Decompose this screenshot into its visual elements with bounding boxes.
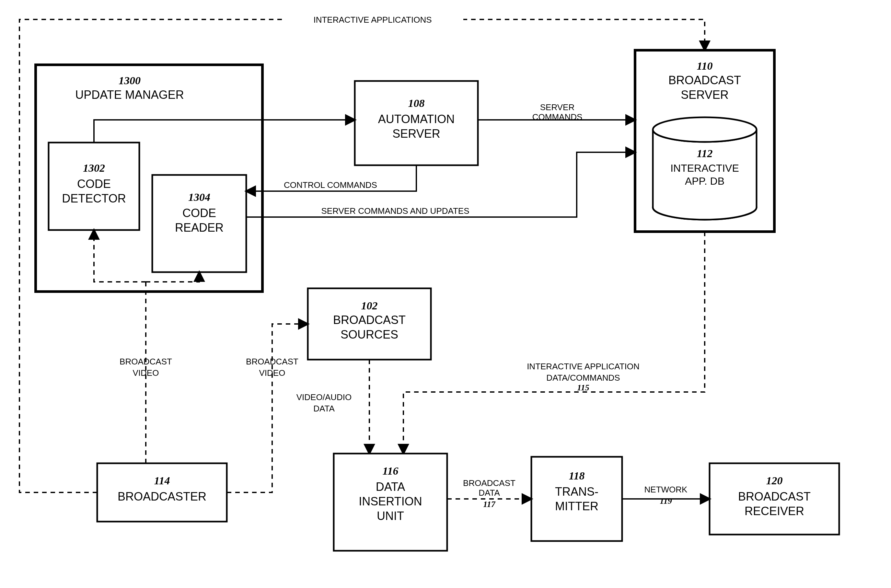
num-broadcast-sources: 102 — [361, 300, 378, 312]
num-code-reader: 1304 — [188, 191, 210, 203]
label-app-db-1: INTERACTIVE — [670, 162, 739, 174]
label-transmitter-2: MITTER — [555, 500, 598, 513]
label-code-detector-1: CODE — [77, 177, 111, 190]
label-server-commands-2: COMMANDS — [532, 112, 582, 122]
num-network: 119 — [660, 496, 672, 506]
label-va-data-2: DATA — [313, 404, 335, 413]
edge-iad — [404, 232, 705, 453]
box-transmitter — [531, 457, 622, 541]
svg-point-2 — [653, 117, 756, 142]
label-update-manager: UPDATE MANAGER — [75, 88, 184, 101]
num-bcast-data: 117 — [483, 500, 496, 509]
num-update-manager: 1300 — [118, 75, 141, 87]
num-transmitter: 118 — [568, 470, 585, 482]
num-data-insertion: 116 — [382, 465, 398, 477]
label-server-commands-1: SERVER — [540, 102, 574, 112]
label-data-insertion-1: DATA — [376, 480, 405, 494]
label-broadcast-server-1: BROADCAST — [668, 74, 741, 87]
label-code-reader-2: READER — [175, 221, 224, 234]
label-control-commands: CONTROL COMMANDS — [284, 180, 377, 190]
num-broadcast-server: 110 — [697, 60, 712, 72]
edge-interactive-apps: INTERACTIVE APPLICATIONS — [313, 15, 432, 25]
num-automation: 108 — [408, 97, 425, 109]
num-receiver: 120 — [766, 475, 783, 487]
label-receiver-1: BROADCAST — [738, 490, 811, 503]
label-broadcaster: BROADCASTER — [118, 490, 206, 503]
label-bcast-video2-b: VIDEO — [259, 368, 285, 378]
edge-bcast-video2 — [227, 324, 308, 492]
label-iad-1: INTERACTIVE APPLICATION — [527, 362, 640, 371]
num-iad: 115 — [577, 383, 590, 392]
label-data-insertion-3: UNIT — [377, 509, 404, 522]
label-bcast-data-1: BROADCAST — [463, 478, 516, 488]
label-app-db-2: APP. DB — [685, 175, 724, 187]
label-network: NETWORK — [644, 484, 688, 494]
label-code-detector-2: DETECTOR — [62, 192, 126, 205]
label-transmitter-1: TRANS- — [555, 485, 598, 498]
label-bcast-video1-b: VIDEO — [133, 368, 159, 378]
label-server-cmds-updates: SERVER COMMANDS AND UPDATES — [321, 206, 469, 216]
num-broadcaster: 114 — [154, 475, 170, 487]
label-bcast-data-2: DATA — [478, 488, 500, 498]
label-broadcast-server-2: SERVER — [681, 88, 728, 101]
label-iad-2: DATA/COMMANDS — [546, 373, 620, 382]
label-data-insertion-2: INSERTION — [358, 495, 422, 508]
label-automation-1: AUTOMATION — [378, 112, 455, 126]
label-bcast-video1-a: BROADCAST — [120, 357, 172, 366]
label-broadcast-sources-2: SOURCES — [340, 328, 398, 341]
num-code-detector: 1302 — [83, 162, 105, 174]
num-app-db: 112 — [697, 147, 712, 159]
label-broadcast-sources-1: BROADCAST — [333, 313, 406, 327]
label-bcast-video2-a: BROADCAST — [246, 357, 298, 366]
label-va-data-1: VIDEO/AUDIO — [297, 392, 351, 402]
label-receiver-2: RECEIVER — [744, 504, 804, 518]
label-automation-2: SERVER — [392, 127, 440, 140]
label-code-reader-1: CODE — [182, 206, 216, 220]
